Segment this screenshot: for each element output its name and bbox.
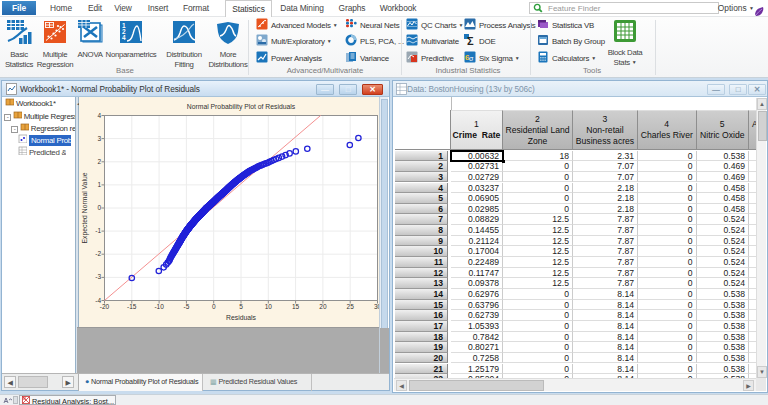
svg-text:1: 1 bbox=[97, 181, 101, 188]
svg-text:-5: -5 bbox=[184, 303, 190, 310]
svg-text:15: 15 bbox=[292, 303, 300, 310]
svg-text:Normal Probability Plot of Res: Normal Probability Plot of Residuals bbox=[187, 103, 296, 111]
svg-text:5: 5 bbox=[239, 303, 243, 310]
svg-text:4: 4 bbox=[97, 112, 101, 119]
svg-text:-10: -10 bbox=[154, 303, 164, 310]
svg-text:Expected Normal Value: Expected Normal Value bbox=[81, 172, 89, 243]
svg-text:0: 0 bbox=[212, 303, 216, 310]
svg-text:-3: -3 bbox=[95, 273, 101, 280]
svg-text:-4: -4 bbox=[95, 297, 101, 304]
svg-text:-20: -20 bbox=[100, 303, 110, 310]
svg-text:-15: -15 bbox=[127, 303, 137, 310]
svg-text:0: 0 bbox=[97, 204, 101, 211]
svg-text:Σ: Σ bbox=[467, 35, 474, 46]
svg-text:-2: -2 bbox=[95, 250, 101, 257]
svg-text:2: 2 bbox=[97, 158, 101, 165]
svg-text:3: 3 bbox=[97, 135, 101, 142]
svg-text:20: 20 bbox=[319, 303, 327, 310]
svg-text:10: 10 bbox=[265, 303, 273, 310]
svg-text:Residuals: Residuals bbox=[226, 314, 256, 321]
svg-text:25: 25 bbox=[347, 303, 355, 310]
svg-text:-1: -1 bbox=[95, 227, 101, 234]
